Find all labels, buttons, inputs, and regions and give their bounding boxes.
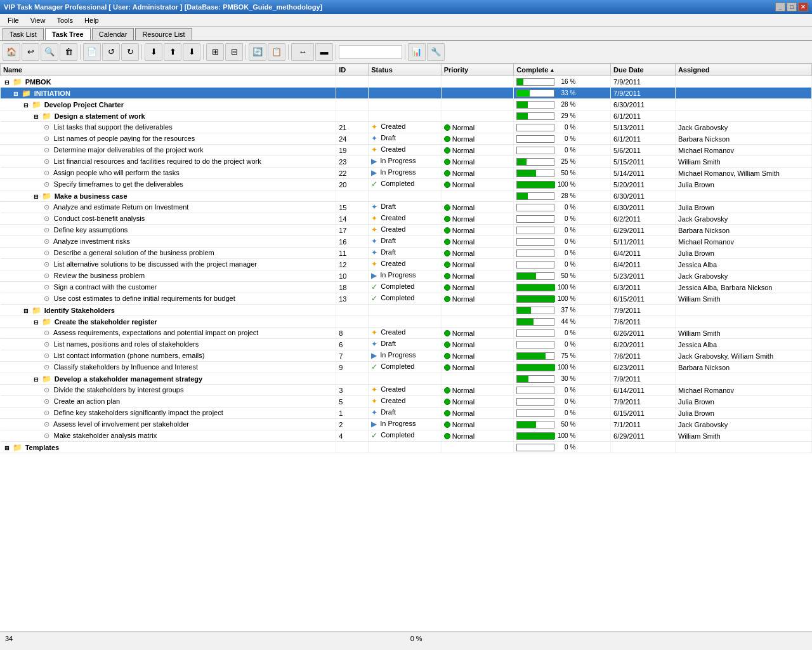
col-header-status[interactable]: Status [369,64,442,76]
table-row[interactable]: ⊙ Use cost estimates to define initial r… [1,293,812,305]
menu-bar: File View Tools Help [0,14,812,27]
toolbar-btn-13[interactable]: 🔄 [249,43,266,61]
table-row[interactable]: ⊙ List names, positions and roles of sta… [1,339,812,350]
toolbar-btn-2[interactable]: ↩ [22,43,39,61]
group-name-cell: ⊟ 📁 Develop Project Charter [1,99,336,110]
table-row[interactable]: ⊙ Define key stakeholders significantly … [1,408,812,419]
tab-task-list[interactable]: Task List [3,28,44,40]
table-row[interactable]: ⊙ List names of people paying for the re… [1,133,812,145]
table-row[interactable]: ⊙ Specify timeframes to get the delivera… [1,179,812,190]
table-row[interactable]: ⊙ List tasks that support the deliverabl… [1,122,812,133]
tab-calendar[interactable]: Calendar [92,28,134,40]
table-row[interactable]: ⊙ Analyze and estimate Return on Investm… [1,202,812,213]
task-name-cell: ⊙ List names of people paying for the re… [1,133,336,145]
task-name-cell: ⊙ Assess level of involvement per stakeh… [1,419,336,430]
col-header-complete[interactable]: Complete▲ [514,64,611,76]
table-row[interactable]: ⊟ 📁 Develop Project Charter 28 % 6/30/20… [1,99,812,110]
toolbar-expand[interactable]: ↔ [291,43,314,61]
table-row[interactable]: ⊟ 📁 Develop a stakeholder management str… [1,373,812,385]
toolbar-btn-8[interactable]: ⬇ [145,43,162,61]
task-name-cell: ⊙ Specify timeframes to get the delivera… [1,179,336,190]
window-controls[interactable]: _ □ ✕ [775,3,808,11]
group-name-cell: ⊟ 📁 Develop a stakeholder management str… [1,373,336,385]
task-name-cell: ⊙ Review the business problem [1,270,336,282]
toolbar-btn-7[interactable]: ↻ [121,43,139,61]
table-row[interactable]: ⊞ 📁 Templates 0 % [1,442,812,453]
menu-file[interactable]: File [3,15,24,25]
table-row[interactable]: ⊟ 📁 Identify Stakeholders 37 % 7/9/2011 [1,305,812,316]
table-row[interactable]: ⊙ Determine major deliverables of the pr… [1,145,812,156]
toolbar-btn-14[interactable]: 📋 [268,43,285,61]
status-progress: 0 % [25,635,807,642]
table-row[interactable]: ⊟ 📁 Design a statement of work 29 % 6/1/… [1,110,812,122]
tab-resource-list[interactable]: Resource List [135,28,192,40]
sep-4 [246,44,246,60]
toolbar-btn-12[interactable]: ⊟ [225,43,243,61]
table-row[interactable]: ⊟ 📁 INITIATION 33 % 7/9/2011 [1,88,812,99]
task-name-cell: ⊙ Analyze investment risks [1,236,336,248]
task-name-cell: ⊙ Assess requirements, expectations and … [1,328,336,339]
task-name-cell: ⊙ Define key stakeholders significantly … [1,408,336,419]
col-header-assigned[interactable]: Assigned [675,64,811,76]
minimize-button[interactable]: _ [775,3,785,11]
table-row[interactable]: ⊙ Sign a contract with the customer 18 ✓… [1,282,812,293]
maximize-button[interactable]: □ [787,3,797,11]
task-name-cell: ⊙ Define key assumptions [1,225,336,236]
sep-2 [141,44,142,60]
close-button[interactable]: ✕ [798,3,808,11]
toolbar: 🏠 ↩ 🔍 🗑 📄 ↺ ↻ ⬇ ⬆ ⬇ ⊞ ⊟ 🔄 📋 ↔ ▬ 📊 🔧 [0,41,812,63]
toolbar-btn-3[interactable]: 🔍 [41,43,58,61]
status-bar: 34 0 % [0,631,812,645]
filter-input[interactable] [339,45,402,59]
task-name-cell: ⊙ Classify stakeholders by Influence and… [1,362,336,373]
sep-7 [405,44,405,60]
col-header-duedate[interactable]: Due Date [611,64,676,76]
task-name-cell: ⊙ Conduct cost-benefit analysis [1,213,336,225]
col-header-id[interactable]: ID [336,64,369,76]
toolbar-btn-4[interactable]: 🗑 [60,43,77,61]
toolbar-btn-5[interactable]: 📄 [83,43,101,61]
table-row[interactable]: ⊙ List alternative solutions to be discu… [1,259,812,270]
toolbar-btn-11[interactable]: ⊞ [206,43,224,61]
table-row[interactable]: ⊟ 📁 Make a business case 28 % 6/30/2011 [1,190,812,202]
table-row[interactable]: ⊙ Review the business problem 10 ▶ In Pr… [1,270,812,282]
sep-3 [203,44,204,60]
toolbar-btn-1[interactable]: 🏠 [3,43,20,61]
task-name-cell: ⊙ List alternative solutions to be discu… [1,259,336,270]
table-row[interactable]: ⊟ 📁 Create the stakeholder register 44 %… [1,316,812,328]
app-title: VIP Task Manager Professional [ User: Ad… [4,3,322,11]
tab-task-tree[interactable]: Task Tree [45,28,91,40]
table-row[interactable]: ⊙ List financial resources and facilitie… [1,156,812,168]
table-row[interactable]: ⊙ Assign people who will perform the tas… [1,168,812,179]
menu-help[interactable]: Help [79,15,104,25]
table-row[interactable]: ⊙ Classify stakeholders by Influence and… [1,362,812,373]
toolbar-btn-10[interactable]: ⬇ [183,43,200,61]
table-row[interactable]: ⊙ Divide the stakeholders by interest gr… [1,385,812,396]
toolbar-btn-9[interactable]: ⬆ [164,43,181,61]
table-row[interactable]: ⊙ Assess level of involvement per stakeh… [1,419,812,430]
group-name-cell: ⊟ 📁 Create the stakeholder register [1,316,336,328]
menu-tools[interactable]: Tools [51,15,78,25]
task-name-cell: ⊙ Assign people who will perform the tas… [1,168,336,179]
table-row[interactable]: ⊙ Describe a general solution of the bus… [1,248,812,259]
table-row[interactable]: ⊙ Conduct cost-benefit analysis 14 ✦ Cre… [1,213,812,225]
task-name-cell: ⊙ Determine major deliverables of the pr… [1,145,336,156]
table-row[interactable]: ⊙ List contact information (phone number… [1,350,812,362]
table-row[interactable]: ⊟ 📁 PMBOK 16 % 7/9/2011 [1,76,812,88]
table-row[interactable]: ⊙ Create an action plan 5 ✦ Created Norm… [1,396,812,408]
table-row[interactable]: ⊙ Analyze investment risks 16 ✦ Draft No… [1,236,812,248]
table-row[interactable]: ⊙ Assess requirements, expectations and … [1,328,812,339]
task-name-cell: ⊙ Analyze and estimate Return on Investm… [1,202,336,213]
sep-6 [336,44,336,60]
col-header-name[interactable]: Name [1,64,336,76]
toolbar-btn-16[interactable]: 📊 [408,43,426,61]
scroll-area[interactable]: Name ID Status Priority Complete▲ [0,63,812,631]
toolbar-btn-17[interactable]: 🔧 [427,43,445,61]
toolbar-btn-6[interactable]: ↺ [102,43,120,61]
task-name-cell: ⊙ Divide the stakeholders by interest gr… [1,385,336,396]
menu-view[interactable]: View [25,15,51,25]
toolbar-btn-15[interactable]: ▬ [315,43,333,61]
col-header-priority[interactable]: Priority [441,64,514,76]
table-row[interactable]: ⊙ Define key assumptions 17 ✦ Created No… [1,225,812,236]
table-row[interactable]: ⊙ Make stakeholder analysis matrix 4 ✓ C… [1,430,812,442]
